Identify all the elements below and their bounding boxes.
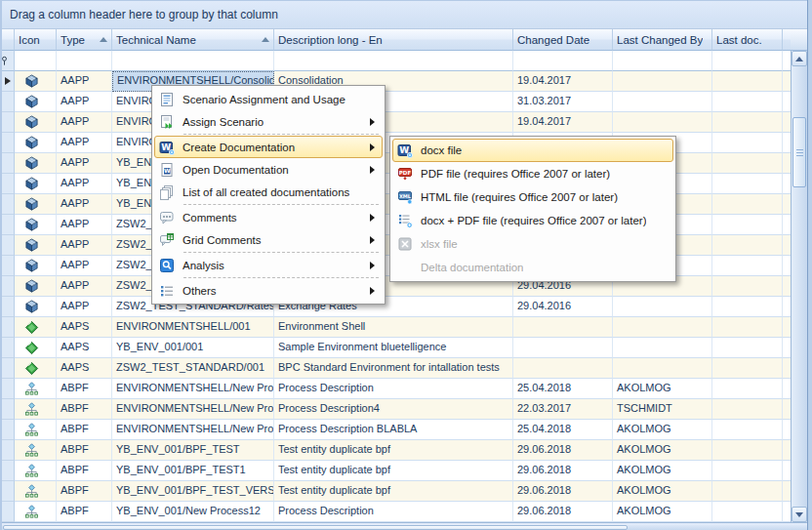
cell-last-doc[interactable] (712, 440, 783, 461)
cell-last-changed-by[interactable] (613, 297, 712, 317)
cell-type[interactable]: ABPF (57, 420, 112, 440)
cell-icon[interactable] (15, 502, 57, 522)
cell-last-doc[interactable] (712, 399, 783, 420)
menu-item-create-documentation[interactable]: WCreate Documentation (154, 136, 383, 158)
menu-item-analysis[interactable]: Analysis (154, 254, 383, 276)
cell-icon[interactable] (15, 92, 57, 112)
cell-last-doc[interactable] (712, 420, 783, 440)
cell-last-doc[interactable] (712, 92, 783, 112)
column-header-desc[interactable]: Description long - En (274, 29, 513, 51)
cell-icon[interactable] (15, 338, 57, 358)
cell-type[interactable]: AAPS (57, 317, 112, 338)
cell-icon[interactable] (15, 420, 57, 440)
cell-description[interactable]: Process Description (274, 379, 513, 399)
column-header-icon[interactable]: Icon (15, 29, 57, 51)
cell-type[interactable]: AAPP (57, 235, 112, 256)
cell-last-changed-by[interactable]: AKOLMOG (613, 461, 712, 481)
table-row[interactable]: ABPFYB_ENV_001/BPF_TESTTest entity dupli… (2, 440, 791, 461)
cell-icon[interactable] (15, 297, 57, 317)
horizontal-scrollbar-thumb[interactable] (3, 525, 628, 530)
cell-technical-name[interactable]: ENVIRONMENTSHELL/New Proc... (112, 420, 274, 440)
table-row[interactable]: AAPSENVIRONMENTSHELL/001Environment Shel… (2, 317, 791, 338)
cell-description[interactable]: Process Description BLABLA (274, 420, 513, 440)
cell-type[interactable]: AAPS (57, 338, 112, 358)
cell-description[interactable]: Test entity duplicate bpf (274, 440, 513, 461)
cell-description[interactable]: Process Description (274, 502, 513, 522)
table-row[interactable]: AAPPENVIRO31.03.2017 (2, 92, 791, 112)
menu-item-others[interactable]: Others (154, 279, 383, 302)
scrollbar-track[interactable] (792, 66, 807, 507)
cell-type[interactable]: ABPF (57, 379, 112, 399)
cell-type[interactable]: ABPF (57, 461, 112, 481)
cell-technical-name[interactable]: YB_ENV_001/BPF_TEST_VERSION (112, 481, 274, 502)
scrollbar-thumb[interactable] (792, 117, 806, 187)
cell-last-doc[interactable] (712, 112, 783, 133)
cell-changed-date[interactable]: 29.04.2016 (513, 297, 613, 317)
cell-technical-name[interactable]: YB_ENV_001/BPF_TEST1 (112, 461, 274, 481)
cell-icon[interactable] (15, 215, 57, 235)
cell-last-changed-by[interactable] (613, 317, 712, 338)
cell-last-changed-by[interactable]: AKOLMOG (613, 379, 712, 399)
cell-last-doc[interactable] (712, 215, 783, 235)
cell-changed-date[interactable]: 25.04.2018 (513, 379, 613, 399)
table-row[interactable]: ABPFYB_ENV_001/BPF_TEST_VERSIONTest enti… (2, 481, 791, 502)
filter-cell-date[interactable] (513, 51, 613, 71)
cell-changed-date[interactable]: 25.04.2018 (513, 420, 613, 440)
cell-type[interactable]: AAPP (57, 194, 112, 215)
filter-cell-lastdoc[interactable] (712, 51, 783, 71)
cell-icon[interactable] (15, 112, 57, 133)
filter-cell-type[interactable] (57, 51, 112, 71)
cell-last-doc[interactable] (712, 133, 783, 153)
menu-item-list-of-all-created-documentations[interactable]: List of all created documentations (154, 181, 383, 203)
cell-last-doc[interactable] (712, 502, 783, 522)
cell-technical-name[interactable]: YB_ENV_001/New Process12 (112, 502, 274, 522)
filter-cell-desc[interactable] (274, 51, 513, 71)
cell-icon[interactable] (15, 276, 57, 297)
cell-icon[interactable] (15, 317, 57, 338)
cell-last-doc[interactable] (712, 276, 783, 297)
cell-icon[interactable] (15, 153, 57, 174)
cell-last-changed-by[interactable]: AKOLMOG (613, 440, 712, 461)
scroll-up-button[interactable] (792, 51, 807, 66)
cell-last-doc[interactable] (712, 379, 783, 399)
scroll-down-button[interactable] (792, 507, 807, 522)
filter-cell-tech[interactable] (112, 51, 274, 71)
cell-last-changed-by[interactable] (613, 338, 712, 358)
cell-changed-date[interactable]: 22.03.2017 (513, 399, 613, 420)
cell-last-doc[interactable] (712, 461, 783, 481)
cell-icon[interactable] (15, 256, 57, 276)
filter-cell-icon[interactable] (15, 51, 57, 71)
cell-icon[interactable] (15, 461, 57, 481)
cell-last-changed-by[interactable]: AKOLMOG (613, 420, 712, 440)
cell-icon[interactable] (15, 481, 57, 502)
column-header-date[interactable]: Changed Date (513, 29, 613, 51)
cell-changed-date[interactable] (513, 338, 613, 358)
cell-last-doc[interactable] (712, 297, 783, 317)
cell-description[interactable]: Environment Shell (274, 317, 513, 338)
cell-changed-date[interactable]: 29.06.2018 (513, 481, 613, 502)
menu-item-scenario-assignment-and-usage[interactable]: Scenario Assignment and Usage (154, 88, 383, 110)
cell-icon[interactable] (15, 235, 57, 256)
menu-item-docx-pdf-file-requires-office-2007-or-later[interactable]: docx + PDF file (requires Office 2007 or… (392, 209, 673, 232)
table-row[interactable]: ABPFENVIRONMENTSHELL/New Proc...Process … (2, 420, 791, 440)
cell-description[interactable]: Test entity duplicate bpf (274, 481, 513, 502)
cell-icon[interactable] (15, 399, 57, 420)
cell-icon[interactable] (15, 194, 57, 215)
menu-item-open-documentation[interactable]: WOpen Documentation (154, 158, 383, 181)
cell-type[interactable]: ABPF (57, 440, 112, 461)
cell-technical-name[interactable]: ZSW2_TEST_STANDARD/001 (112, 358, 274, 379)
vertical-scrollbar[interactable] (791, 51, 807, 522)
cell-last-changed-by[interactable] (613, 112, 712, 133)
cell-last-doc[interactable] (712, 153, 783, 174)
cell-technical-name[interactable]: YB_ENV_001/001 (112, 338, 274, 358)
cell-last-changed-by[interactable] (613, 92, 712, 112)
table-row[interactable]: AAPSYB_ENV_001/001Sample Environment blu… (2, 338, 791, 358)
cell-icon[interactable] (15, 133, 57, 153)
cell-type[interactable]: ABPF (57, 399, 112, 420)
cell-last-doc[interactable] (712, 71, 783, 92)
cell-type[interactable]: AAPS (57, 358, 112, 379)
cell-technical-name[interactable]: ENVIRONMENTSHELL/New Proc... (112, 379, 274, 399)
column-header-by[interactable]: Last Changed By (613, 29, 712, 51)
cell-last-changed-by[interactable]: AKOLMOG (613, 481, 712, 502)
menu-item-grid-comments[interactable]: Grid Comments (154, 228, 383, 251)
